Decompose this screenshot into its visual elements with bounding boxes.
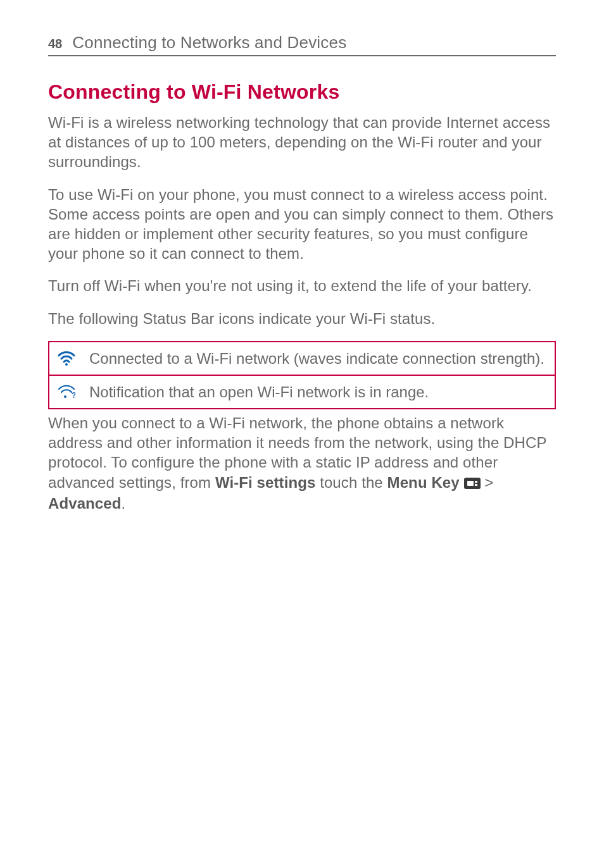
wifi-open-description: Notification that an open Wi-Fi network … xyxy=(83,375,555,409)
svg-rect-5 xyxy=(475,481,477,483)
page-container: 48 Connecting to Networks and Devices Co… xyxy=(0,0,604,513)
wifi-open-icon-cell: ? xyxy=(49,375,83,409)
table-row: Connected to a Wi-Fi network (waves indi… xyxy=(49,342,555,375)
page-number: 48 xyxy=(48,37,62,51)
text-segment: . xyxy=(122,495,126,512)
paragraph-access-points: To use Wi-Fi on your phone, you must con… xyxy=(48,185,556,264)
advanced-label: Advanced xyxy=(48,495,122,512)
header-title: Connecting to Networks and Devices xyxy=(72,33,346,53)
svg-point-1 xyxy=(64,395,66,398)
menu-key-icon xyxy=(464,474,481,493)
paragraph-intro: Wi-Fi is a wireless networking technolog… xyxy=(48,113,556,172)
table-row: ? Notification that an open Wi-Fi networ… xyxy=(49,375,555,409)
svg-rect-4 xyxy=(467,481,474,486)
wifi-open-network-icon: ? xyxy=(58,384,75,399)
svg-rect-6 xyxy=(475,484,477,486)
svg-point-0 xyxy=(65,363,68,366)
text-segment: touch the xyxy=(315,474,387,491)
paragraph-turnoff: Turn off Wi-Fi when you're not using it,… xyxy=(48,276,556,295)
wifi-connected-icon-cell xyxy=(49,342,83,375)
paragraph-dhcp: When you connect to a Wi-Fi network, the… xyxy=(48,413,556,513)
text-segment: > xyxy=(484,474,493,491)
wifi-connected-icon xyxy=(58,350,75,366)
section-heading: Connecting to Wi-Fi Networks xyxy=(48,80,556,104)
status-icons-table: Connected to a Wi-Fi network (waves indi… xyxy=(48,341,556,409)
wifi-connected-description: Connected to a Wi-Fi network (waves indi… xyxy=(83,342,555,375)
page-header: 48 Connecting to Networks and Devices xyxy=(48,33,556,56)
menu-key-label: Menu Key xyxy=(387,474,460,491)
svg-text:?: ? xyxy=(72,391,75,399)
paragraph-statusbar: The following Status Bar icons indicate … xyxy=(48,309,556,328)
wifi-settings-label: Wi-Fi settings xyxy=(215,474,316,491)
